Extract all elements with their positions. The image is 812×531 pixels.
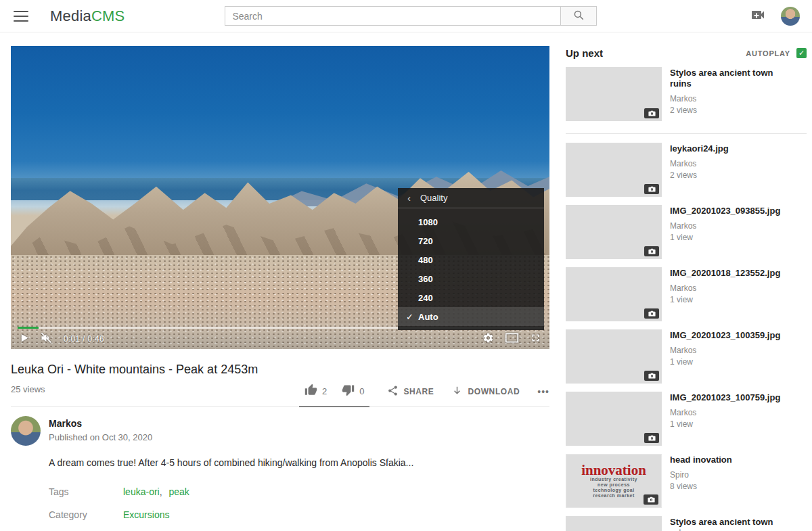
download-label: DOWNLOAD [468,387,520,396]
up-next-title: Up next [566,47,603,59]
media-thumbnail[interactable] [566,67,662,121]
logo-text-cms: CMS [91,7,125,24]
up-next-item-text: head inovation Spiro 8 views [670,454,732,508]
wordcloud-word: new process [597,482,630,488]
dislike-count: 0 [359,386,364,396]
volume-muted-icon[interactable] [40,331,53,347]
up-next-item[interactable]: leykaori24.jpg Markos 2 views [566,143,807,197]
menu-hamburger-button[interactable] [14,11,28,22]
video-title: Leuka Ori - White mountains - Peak at 24… [11,363,549,377]
user-avatar[interactable] [781,7,800,26]
media-thumbnail[interactable] [566,329,662,384]
up-next-item[interactable]: IMG_20201018_123552.jpg Markos 1 view [566,267,807,321]
download-button[interactable]: DOWNLOAD [451,385,520,398]
quality-options: ✓1080✓720✓480✓360✓240✓Auto [398,208,544,330]
up-next-item-title[interactable]: leykaori24.jpg [670,143,729,154]
video-player[interactable]: ‹ Quality ✓1080✓720✓480✓360✓240✓Auto [11,46,549,349]
camera-badge-icon [644,108,659,118]
up-next-item[interactable]: Stylos area ancient town ruins [566,516,807,531]
up-next-item-title[interactable]: Stylos area ancient town ruins [670,517,795,531]
quality-option-480[interactable]: ✓480 [398,250,544,269]
view-count: 25 views [11,384,45,400]
quality-menu-title: Quality [420,193,447,203]
up-next-item[interactable]: IMG_20201023_093855.jpg Markos 1 view [566,205,807,259]
more-options-button[interactable]: ••• [537,386,549,397]
author-row: Markos Published on Oct 30, 2020 [11,416,549,446]
upload-media-button[interactable] [750,7,766,25]
app-logo[interactable]: MediaCMS [50,7,125,25]
published-date: Published on Oct 30, 2020 [49,432,152,442]
share-label: SHARE [403,387,434,396]
up-next-item-views: 2 views [670,106,795,115]
up-next-item[interactable]: IMG_20201023_100759.jpg Markos 1 view [566,392,807,446]
fullscreen-icon[interactable] [530,332,541,346]
time-display: 0:01 / 0:46 [64,334,104,344]
up-next-item-text: Stylos area ancient town ruins Markos 2 … [670,67,795,121]
quality-option-1080[interactable]: ✓1080 [398,212,544,231]
search-icon [572,9,585,23]
author-avatar[interactable] [11,416,41,446]
search-bar [225,6,597,26]
settings-gear-icon[interactable] [482,332,494,346]
tag-link[interactable]: peak [168,486,189,497]
thumbs-down-icon [342,384,355,398]
like-button[interactable]: 2 [304,384,327,398]
theater-mode-icon[interactable] [505,332,519,346]
tags-label: Tags [49,486,123,497]
quality-menu: ‹ Quality ✓1080✓720✓480✓360✓240✓Auto [398,188,544,330]
watch-column: ‹ Quality ✓1080✓720✓480✓360✓240✓Auto [11,46,549,531]
up-next-item-title[interactable]: head inovation [670,455,732,465]
like-count: 2 [322,386,327,396]
up-next-item[interactable]: Stylos area ancient town ruins Markos 2 … [566,67,807,121]
up-next-item-views: 8 views [670,482,732,491]
quality-option-360[interactable]: ✓360 [398,269,544,288]
camera-badge-icon [644,184,659,194]
search-input[interactable] [225,6,560,26]
up-next-item[interactable]: IMG_20201023_100359.jpg Markos 1 view [566,329,807,384]
author-name[interactable]: Markos [49,418,152,429]
dislike-button[interactable]: 0 [342,384,364,398]
meta-table: Tags leuka-ori, peak Category Excursions [49,486,549,520]
up-next-item-text: IMG_20201023_100759.jpg Markos 1 view [670,392,780,446]
media-thumbnail[interactable] [566,205,662,259]
quality-option-240[interactable]: ✓240 [398,288,544,307]
media-thumbnail[interactable] [566,267,662,321]
autoplay-checkbox[interactable]: ✓ [796,48,807,58]
up-next-item-text: IMG_20201023_093855.jpg Markos 1 view [670,205,780,259]
logo-text-media: Media [50,7,91,24]
wordcloud-word: industry creativity [590,477,637,482]
up-next-item-title[interactable]: Stylos area ancient town ruins [670,68,795,89]
quality-menu-back[interactable]: ‹ Quality [398,188,544,208]
up-next-item-author: Markos [670,346,780,355]
up-next-item-views: 1 view [670,419,780,429]
tag-separator: , [160,486,165,497]
up-next-item-title[interactable]: IMG_20201023_100759.jpg [670,392,780,403]
tag-link[interactable]: leuka-ori [123,486,160,497]
play-button[interactable] [19,333,29,346]
player-controls: 0:01 / 0:46 [11,329,549,349]
media-thumbnail[interactable] [566,392,662,446]
quality-option-720[interactable]: ✓720 [398,231,544,250]
category-row: Category Excursions [49,509,549,520]
media-thumbnail[interactable]: innovationindustry creativitynew process… [566,454,662,508]
up-next-item-text: Stylos area ancient town ruins [670,516,795,531]
checkmark-icon: ✓ [798,49,805,57]
camera-badge-icon [644,433,659,443]
media-thumbnail[interactable] [566,143,662,197]
quality-option-auto[interactable]: ✓Auto [398,307,544,326]
wordcloud-word: innovation [581,463,646,477]
up-next-item-title[interactable]: IMG_20201023_093855.jpg [670,206,780,216]
media-thumbnail[interactable] [566,516,662,531]
camera-badge-icon [644,246,659,256]
up-next-header: Up next AUTOPLAY ✓ [566,47,807,59]
category-link[interactable]: Excursions [123,509,169,520]
up-next-item-text: IMG_20201018_123552.jpg Markos 1 view [670,267,780,321]
up-next-item-title[interactable]: IMG_20201023_100359.jpg [670,330,780,341]
up-next-item[interactable]: innovationindustry creativitynew process… [566,454,807,508]
up-next-item-views: 1 view [670,295,780,304]
search-button[interactable] [560,6,597,26]
up-next-item-title[interactable]: IMG_20201018_123552.jpg [670,268,780,279]
share-button[interactable]: SHARE [387,385,434,398]
wordcloud-word: research market [593,493,635,499]
up-next-item-text: IMG_20201023_100359.jpg Markos 1 view [670,329,780,384]
